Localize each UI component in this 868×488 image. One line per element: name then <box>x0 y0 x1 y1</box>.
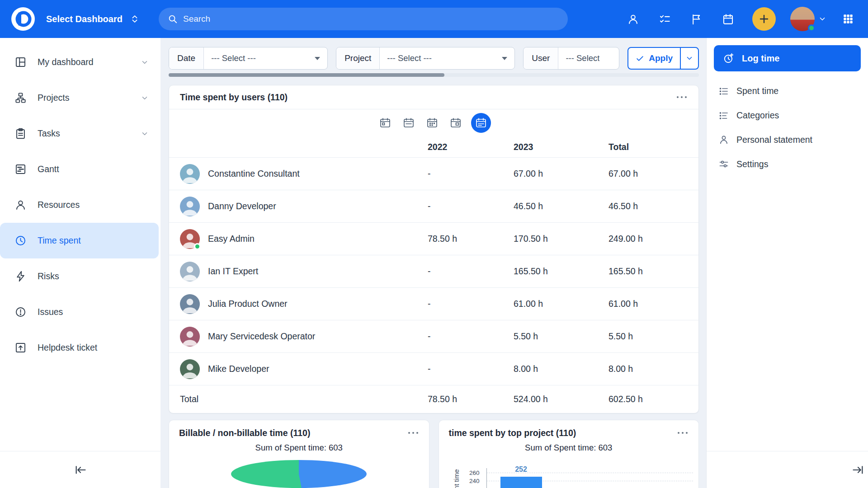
avatar <box>180 262 200 282</box>
add-button[interactable] <box>752 7 776 31</box>
table-row: Julia Product Owner - 61.00 h 61.00 h <box>169 287 698 320</box>
sidebar-item-time-spent[interactable]: Time spent <box>0 223 159 258</box>
sidebar-item-label: Issues <box>38 307 63 317</box>
user-avatar <box>790 7 815 31</box>
log-time-button[interactable]: Log time <box>714 45 861 71</box>
chevron-down-icon <box>141 58 149 66</box>
project-filter-label: Project <box>336 47 380 69</box>
dashboard-selector[interactable]: Select Dashboard <box>46 14 140 24</box>
value-total: 8.00 h <box>609 364 688 374</box>
apply-button[interactable]: Apply <box>628 48 680 69</box>
total-2023: 524.00 h <box>514 394 609 404</box>
user-name-cell[interactable]: Ian IT Expert <box>180 262 428 282</box>
bar-value-label: 252 <box>500 465 542 474</box>
sidebar-item-projects[interactable]: Projects <box>0 80 160 116</box>
avatar <box>180 229 200 249</box>
menu-item-spent-time[interactable]: Spent time <box>714 79 861 103</box>
sidebar-item-tasks[interactable]: Tasks <box>0 116 160 151</box>
sidebar-item-helpdesk-ticket[interactable]: Helpdesk ticket <box>0 330 160 366</box>
sidebar-item-my-dashboard[interactable]: My dashboard <box>0 44 160 80</box>
user-name-cell[interactable]: Julia Product Owner <box>180 294 428 314</box>
user-button[interactable] <box>623 9 643 29</box>
table-total-row: Total 78.50 h 524.00 h 602.50 h <box>169 385 698 413</box>
chevron-down-icon <box>141 130 149 138</box>
app-root: Select Dashboard <box>0 0 868 488</box>
date-filter: Date --- Select --- <box>169 47 328 70</box>
app-logo[interactable] <box>10 6 36 32</box>
sidebar-item-issues[interactable]: Issues <box>0 294 160 330</box>
apply-dropdown-button[interactable] <box>680 48 698 69</box>
filter-bar: Date --- Select --- Project --- Select -… <box>169 47 699 70</box>
billable-time-panel: Billable / non-billable time (110) Sum o… <box>169 420 429 488</box>
table-row: Mike Developer - 8.00 h 8.00 h <box>169 352 698 385</box>
menu-item-categories[interactable]: Categories <box>714 103 861 127</box>
user-name: Ian IT Expert <box>208 266 258 277</box>
ellipsis-icon <box>407 431 419 435</box>
collapse-sidebar-button[interactable] <box>74 464 87 476</box>
period-day-button[interactable] <box>377 115 393 131</box>
table-row: Easy Admin 78.50 h 170.50 h 249.00 h <box>169 222 698 255</box>
horizontal-scrollbar-thumb[interactable] <box>169 73 444 77</box>
collapse-left-icon <box>74 464 87 476</box>
user-name: Easy Admin <box>208 234 255 244</box>
tasks-icon <box>14 127 27 140</box>
sidebar-footer <box>0 451 160 488</box>
calendar-day-icon <box>379 117 391 129</box>
flag-button[interactable] <box>686 9 706 29</box>
panel-header: time spent by top project (110) <box>439 423 699 443</box>
user-filter-select[interactable]: --- Select <box>558 47 619 69</box>
panel-menu-button[interactable] <box>676 95 688 99</box>
value-total: 67.00 h <box>609 169 688 179</box>
time-spent-by-users-panel: Time spent by users (110) 2022 2023 <box>169 85 699 413</box>
table-row: Mary Servicedesk Operator - 5.50 h 5.50 … <box>169 320 698 352</box>
top-project-panel: time spent by top project (110) Sum of S… <box>439 420 699 488</box>
project-filter-select[interactable]: --- Select --- <box>380 47 514 69</box>
online-status-dot <box>808 24 815 32</box>
user-name: Constantine Consultant <box>208 169 300 179</box>
avatar <box>180 197 200 216</box>
value-2023: 61.00 h <box>514 299 609 309</box>
user-filter-label: User <box>524 47 558 69</box>
user-name-cell[interactable]: Mike Developer <box>180 359 428 379</box>
apps-grid-button[interactable] <box>838 9 858 29</box>
calendar-button[interactable] <box>718 9 738 29</box>
menu-item-label: Personal statement <box>736 135 812 145</box>
profile-menu[interactable] <box>790 7 826 31</box>
user-name-cell[interactable]: Constantine Consultant <box>180 164 428 184</box>
value-total: 5.50 h <box>609 331 688 342</box>
main-content: Date --- Select --- Project --- Select -… <box>160 38 706 488</box>
user-name-cell[interactable]: Mary Servicedesk Operator <box>180 327 428 347</box>
user-name-cell[interactable]: Easy Admin <box>180 229 428 249</box>
value-2023: 5.50 h <box>514 331 609 342</box>
search-input[interactable] <box>183 14 559 24</box>
left-sidebar: My dashboard Projects Tasks Gantt Resour… <box>0 38 160 488</box>
apps-grid-icon <box>842 13 854 25</box>
user-name-cell[interactable]: Danny Developer <box>180 197 428 216</box>
bar[interactable] <box>500 477 542 488</box>
checklist-button[interactable] <box>655 9 675 29</box>
logo-icon <box>10 6 36 32</box>
bar-chart: Spent time 260 240 252 <box>439 455 699 488</box>
menu-item-personal-statement[interactable]: Personal statement <box>714 127 861 152</box>
settings-sliders-icon <box>718 159 729 169</box>
panel-title: time spent by top project (110) <box>449 428 576 438</box>
flag-icon <box>690 13 703 25</box>
collapse-right-sidebar-button[interactable] <box>852 464 864 476</box>
sidebar-item-risks[interactable]: Risks <box>0 258 160 294</box>
period-month-button[interactable] <box>424 115 440 131</box>
menu-item-settings[interactable]: Settings <box>714 152 861 176</box>
projects-icon <box>14 92 27 104</box>
date-filter-select[interactable]: --- Select --- <box>204 47 327 69</box>
period-week-button[interactable] <box>401 115 417 131</box>
sidebar-item-gantt[interactable]: Gantt <box>0 151 160 187</box>
period-quarter-button[interactable] <box>448 115 464 131</box>
calendar-year-icon <box>475 117 487 129</box>
panel-header: Time spent by users (110) <box>169 85 698 109</box>
period-year-button[interactable] <box>471 113 491 133</box>
panel-menu-button[interactable] <box>677 431 689 435</box>
y-axis-tick: 240 <box>453 478 480 484</box>
panel-menu-button[interactable] <box>407 431 419 435</box>
sidebar-item-resources[interactable]: Resources <box>0 187 160 223</box>
sidebar-item-label: My dashboard <box>38 57 94 67</box>
user-name: Mike Developer <box>208 364 269 374</box>
